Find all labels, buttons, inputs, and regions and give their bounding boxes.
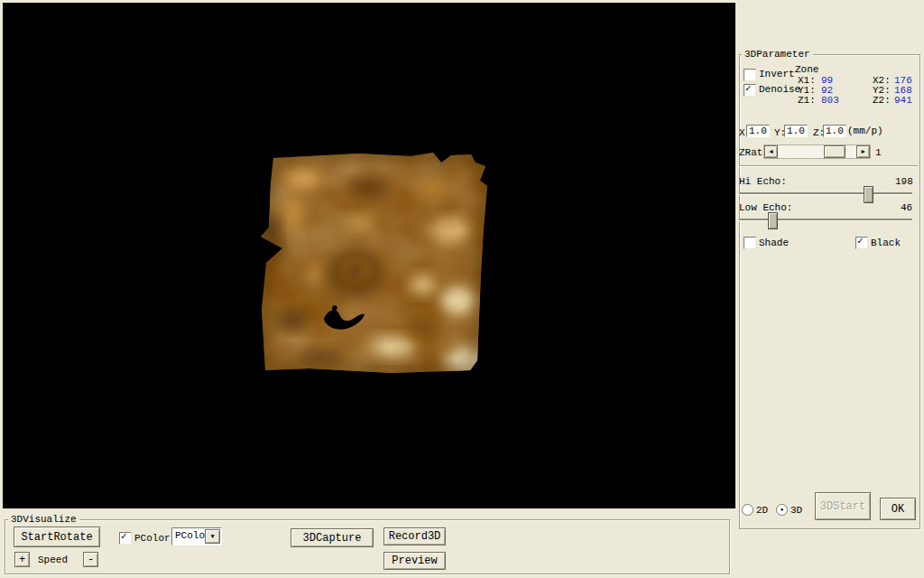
hi-echo-value: 198 [895,176,913,187]
capture-3d-button[interactable]: 3DCapture [291,528,374,547]
pcolor-dropdown[interactable]: PColor ▼ [171,527,222,545]
mode-3d-label: 3D [790,505,802,516]
mode-3d-radio[interactable]: ● [776,504,788,516]
zrate-scroll-thumb[interactable] [824,145,845,158]
parameter-group-title: 3DParameter [742,49,813,60]
hi-echo-label: Hi Echo: [739,176,787,187]
volume-render[interactable] [3,3,735,508]
chevron-down-icon: ▼ [210,533,214,540]
low-echo-label: Low Echo: [739,202,792,213]
low-echo-value: 46 [901,202,912,213]
zone-z1-value: 803 [821,95,839,106]
zone-z1-label: Z1: [798,95,816,106]
low-echo-slider-track[interactable] [739,219,912,221]
speed-minus-button[interactable]: - [83,552,98,567]
zone-title: Zone [795,64,818,75]
zrate-scroll-left-button[interactable]: ◄ [764,145,778,158]
speed-label: Speed [38,555,68,565]
y-scale-input[interactable] [784,125,808,137]
shade-checkbox[interactable] [744,237,756,249]
black-checkbox[interactable]: ✓ [855,237,868,249]
pcolor-dropdown-button[interactable]: ▼ [205,529,220,544]
invert-label: Invert [759,69,795,79]
speed-plus-button[interactable]: + [14,552,30,567]
start-rotate-button[interactable]: StartRotate [14,527,100,547]
mode-2d-radio[interactable] [742,504,753,516]
arrow-right-icon: ► [861,148,864,155]
record-3d-button[interactable]: Record3D [383,527,446,545]
ok-button[interactable]: OK [880,498,916,520]
render-viewport[interactable] [3,3,735,508]
denoise-checkmark: ✓ [745,84,755,94]
visualize-group-title: 3DVisualize [8,514,79,525]
hi-echo-slider-track[interactable] [739,192,912,195]
z-scale-input[interactable] [823,125,846,137]
section-divider [739,165,918,167]
zone-z2-label: Z2: [873,95,891,106]
denoise-checkbox[interactable]: ✓ [744,84,756,97]
scale-unit-label: (mm/p) [847,126,883,136]
mode-2d-label: 2D [756,505,768,516]
low-echo-slider-thumb[interactable] [768,212,778,229]
shade-label: Shade [759,238,789,248]
arrow-left-icon: ◄ [769,148,772,155]
hi-echo-slider-thumb[interactable] [864,186,873,203]
pcolor-label: PColor [134,533,171,544]
app-window: 3DParameter Invert ✓ Denoise Zone X1: 99… [0,0,924,578]
zrate-value: 1 [875,147,882,158]
pcolor-checkbox[interactable]: ✓ [119,532,132,545]
black-label: Black [871,238,901,248]
zone-z2-value: 941 [894,95,912,106]
invert-checkbox[interactable] [744,69,756,81]
start-3d-button[interactable]: 3DStart [815,492,871,520]
black-checkmark: ✓ [857,237,867,247]
x-scale-input[interactable] [746,125,770,137]
zrate-scroll-right-button[interactable]: ► [856,145,870,158]
zrate-scrollbar[interactable]: ◄ ► [763,144,871,159]
preview-button[interactable]: Preview [383,552,446,570]
mode-3d-radio-dot: ● [781,508,784,513]
pcolor-checkmark: ✓ [121,532,131,542]
denoise-label: Denoise [759,84,800,95]
